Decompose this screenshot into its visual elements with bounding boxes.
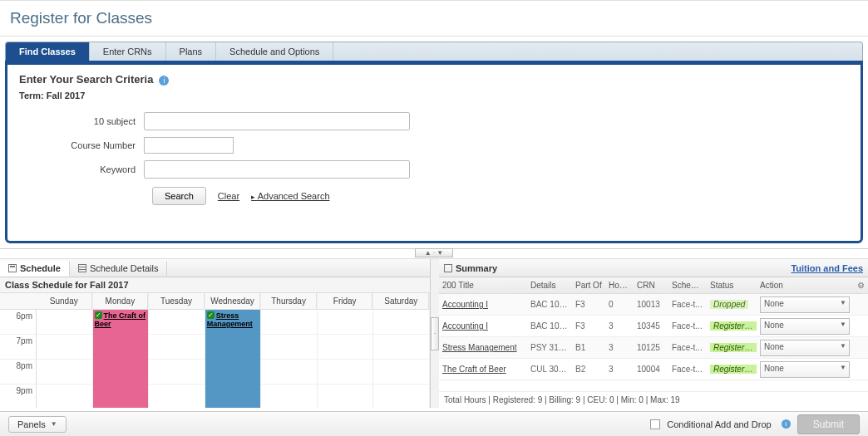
submit-button[interactable]: Submit: [797, 414, 860, 434]
day-header-thursday: Thursday: [261, 293, 317, 310]
tab-find-classes[interactable]: Find Classes: [6, 42, 90, 61]
col-action[interactable]: Action: [757, 281, 853, 290]
tab-enter-crns[interactable]: Enter CRNs: [90, 42, 166, 61]
summary-icon: [444, 264, 452, 272]
info-icon[interactable]: i: [159, 76, 169, 86]
keyword-input[interactable]: [144, 160, 410, 179]
tab-schedule-details-label: Schedule Details: [90, 263, 159, 273]
advanced-search-link[interactable]: Advanced Search: [251, 191, 329, 201]
tuition-fees-link[interactable]: Tuition and Fees: [791, 263, 863, 273]
panels-button-label: Panels: [17, 419, 46, 429]
info-icon[interactable]: i: [782, 419, 791, 429]
subject-label: 10 subject: [19, 116, 144, 126]
search-panel-title: Enter Your Search Criteria: [19, 73, 153, 86]
course-link[interactable]: Accounting I: [442, 300, 488, 309]
cell-details: PSY 316, 0: [527, 343, 572, 352]
cell-details: BAC 101, 0: [527, 321, 572, 331]
col-title[interactable]: 200 Title: [439, 281, 527, 290]
day-header-wednesday: Wednesday: [205, 293, 261, 310]
course-link[interactable]: Stress Management: [442, 343, 517, 352]
day-header-sunday: Sunday: [37, 293, 92, 310]
event-craft-of-beer[interactable]: ✓The Craft of Beer: [93, 310, 149, 408]
cell-part: F3: [572, 321, 605, 331]
gear-icon[interactable]: ⚙: [853, 281, 868, 290]
table-row: Accounting I BAC 101, 0 F3 3 10345 Face-…: [439, 316, 868, 337]
cell-crn: 10345: [634, 321, 668, 331]
col-schedule[interactable]: Schedule: [668, 281, 707, 290]
clear-link[interactable]: Clear: [218, 191, 239, 201]
conditional-add-drop-checkbox[interactable]: [650, 419, 660, 429]
list-icon: [78, 264, 86, 272]
table-row: Stress Management PSY 316, 0 B1 3 10125 …: [439, 337, 868, 359]
col-status[interactable]: Status: [707, 281, 757, 290]
course-link[interactable]: Accounting I: [442, 321, 488, 331]
col-hours[interactable]: Hours: [605, 281, 634, 290]
action-select[interactable]: None: [760, 318, 850, 335]
cell-part: F3: [572, 300, 605, 309]
tab-schedule-label: Schedule: [20, 263, 61, 273]
check-icon: ✓: [207, 311, 215, 319]
conditional-add-drop-label: Conditional Add and Drop: [667, 419, 771, 429]
search-button[interactable]: Search: [152, 187, 206, 205]
subject-input[interactable]: [144, 112, 410, 130]
time-label: 7pm: [0, 335, 37, 360]
cell-hours: 3: [605, 365, 634, 374]
status-badge: Dropped: [710, 300, 748, 309]
col-part[interactable]: Part Of: [572, 281, 605, 290]
day-header-monday: Monday: [93, 293, 149, 310]
cell-schedule: Face-t...: [668, 300, 707, 309]
action-select[interactable]: None: [760, 361, 850, 378]
cell-crn: 10013: [634, 300, 668, 309]
cell-details: BAC 101, 0: [527, 300, 572, 309]
time-label: 9pm: [0, 385, 37, 408]
table-row: The Craft of Beer CUL 303, 0 B2 3 10004 …: [439, 359, 868, 380]
tab-schedule[interactable]: Schedule: [0, 261, 70, 277]
status-badge: Registered: [710, 365, 757, 374]
term-value: Fall 2017: [47, 91, 85, 100]
panels-button[interactable]: Panels: [8, 416, 67, 433]
cell-details: CUL 303, 0: [527, 365, 572, 374]
splitter-handle-icon[interactable]: ·: [431, 317, 439, 350]
splitter-handle-icon[interactable]: ▲ · ▼: [415, 248, 453, 257]
totals-line: Total Hours | Registered: 9 | Billing: 9…: [439, 391, 868, 408]
course-link[interactable]: The Craft of Beer: [442, 365, 506, 374]
course-number-input[interactable]: [144, 137, 234, 154]
cell-schedule: Face-t...: [668, 343, 707, 352]
time-label: 8pm: [0, 360, 37, 385]
horizontal-splitter[interactable]: ▲ · ▼: [0, 248, 868, 258]
cell-hours: 3: [605, 343, 634, 352]
check-icon: ✓: [95, 311, 102, 319]
term-label: Term:: [19, 91, 44, 100]
day-header-tuesday: Tuesday: [149, 293, 205, 310]
course-number-label: Course Number: [19, 140, 144, 150]
cell-crn: 10125: [634, 343, 668, 352]
event-stress-management[interactable]: ✓Stress Management: [205, 310, 261, 408]
col-crn[interactable]: CRN: [634, 281, 668, 290]
summary-header-row: 200 Title Details Part Of Hours CRN Sche…: [439, 277, 868, 294]
tab-plans[interactable]: Plans: [166, 42, 217, 61]
cell-crn: 10004: [634, 365, 668, 374]
action-select[interactable]: None: [760, 296, 850, 313]
event-link[interactable]: The Craft of Beer: [95, 311, 146, 328]
status-badge: Registered: [710, 321, 757, 331]
tab-schedule-options[interactable]: Schedule and Options: [216, 42, 333, 61]
cell-schedule: Face-t...: [668, 321, 707, 331]
vertical-splitter[interactable]: ·: [431, 259, 439, 408]
tab-schedule-details[interactable]: Schedule Details: [70, 261, 168, 276]
cell-part: B2: [572, 365, 605, 374]
search-panel: Enter Your Search Criteria i Term: Fall …: [5, 61, 863, 243]
cell-hours: 3: [605, 321, 634, 331]
table-row: Accounting I BAC 101, 0 F3 0 10013 Face-…: [439, 294, 868, 316]
schedule-caption: Class Schedule for Fall 2017: [0, 277, 430, 293]
keyword-label: Keyword: [19, 164, 144, 174]
status-badge: Registered: [710, 343, 757, 352]
action-select[interactable]: None: [760, 340, 850, 356]
col-details[interactable]: Details: [527, 281, 572, 290]
time-label: 6pm: [0, 310, 37, 335]
main-tabs: Find Classes Enter CRNs Plans Schedule a…: [5, 42, 863, 61]
cell-part: B1: [572, 343, 605, 352]
day-header-saturday: Saturday: [373, 293, 429, 310]
page-title: Register for Classes: [10, 9, 858, 27]
day-header-friday: Friday: [318, 293, 373, 310]
cell-hours: 0: [605, 300, 634, 309]
